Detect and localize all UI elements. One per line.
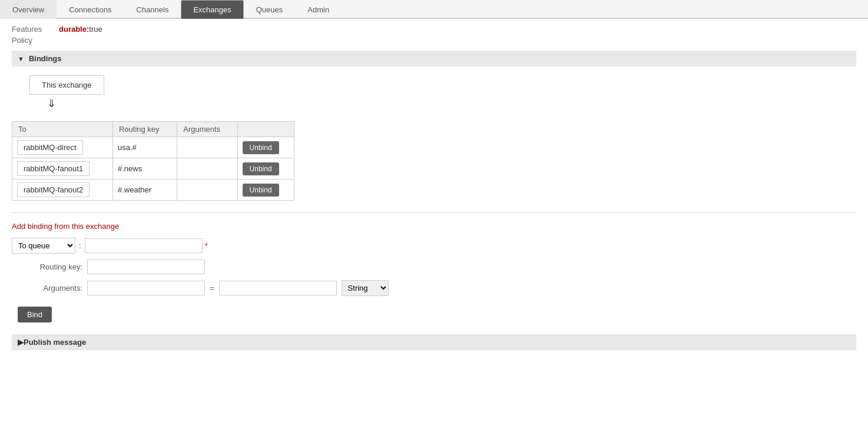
separator <box>12 212 856 213</box>
durable-value: true <box>89 25 102 34</box>
col-arguments: Arguments <box>177 122 237 137</box>
destination-input[interactable] <box>85 238 203 253</box>
nav-item-connections[interactable]: Connections <box>57 0 124 19</box>
page-content: Features durable: true Policy ▼ Bindings… <box>0 19 868 356</box>
binding-to-cell: rabbitMQ-fanout2 <box>12 179 113 201</box>
nav-bar: OverviewConnectionsChannelsExchangesQueu… <box>0 0 868 19</box>
routing-key-row: Routing key: <box>12 260 856 274</box>
binding-routing-key-cell: usa.# <box>112 137 177 158</box>
bindings-section-header[interactable]: ▼ Bindings <box>12 51 856 66</box>
arguments-label: Arguments: <box>12 284 82 292</box>
nav-item-overview[interactable]: Overview <box>0 0 57 19</box>
bindings-collapse-arrow: ▼ <box>18 55 24 62</box>
durable-label: durable: <box>59 25 89 34</box>
unbind-button[interactable]: Unbind <box>243 184 279 197</box>
table-row: rabbitMQ-directusa.#Unbind <box>12 137 294 158</box>
binding-routing-key-cell: #.weather <box>112 179 177 201</box>
arguments-value-input[interactable] <box>219 281 337 295</box>
destination-select[interactable]: To queueTo exchange <box>12 238 75 254</box>
binding-action-cell: Unbind <box>237 158 294 179</box>
publish-collapse-arrow: ▶ <box>18 338 24 347</box>
bind-button-row: Bind <box>12 302 856 322</box>
table-row: rabbitMQ-fanout1#.newsUnbind <box>12 158 294 179</box>
nav-item-queues[interactable]: Queues <box>244 0 296 19</box>
table-row: rabbitMQ-fanout2#.weatherUnbind <box>12 179 294 201</box>
binding-action-cell: Unbind <box>237 179 294 201</box>
bindings-section-title: Bindings <box>29 54 62 63</box>
arguments-row: Arguments: = StringNumberBoolean <box>12 280 856 296</box>
required-star: * <box>205 241 208 250</box>
routing-key-label: Routing key: <box>12 262 82 271</box>
binding-target-box[interactable]: rabbitMQ-fanout2 <box>17 182 90 197</box>
policy-row: Policy <box>12 36 856 45</box>
col-routing-key: Routing key <box>112 122 177 137</box>
binding-target-box[interactable]: rabbitMQ-fanout1 <box>17 161 90 176</box>
down-arrow-icon: ⇓ <box>47 97 56 110</box>
binding-action-cell: Unbind <box>237 137 294 158</box>
table-header-row: To Routing key Arguments <box>12 122 294 137</box>
nav-item-exchanges[interactable]: Exchanges <box>181 0 243 19</box>
policy-label: Policy <box>12 36 59 45</box>
binding-arguments-cell <box>177 137 237 158</box>
bind-button[interactable]: Bind <box>18 307 52 322</box>
unbind-button[interactable]: Unbind <box>243 141 279 154</box>
nav-item-admin[interactable]: Admin <box>295 0 342 19</box>
arguments-key-input[interactable] <box>87 281 205 295</box>
publish-section-title: Publish message <box>24 338 86 347</box>
add-binding-title: Add binding from this exchange <box>12 222 856 231</box>
bindings-diagram: This exchange ⇓ <box>29 75 856 112</box>
features-row: Features durable: true <box>12 25 856 34</box>
bindings-table: To Routing key Arguments rabbitMQ-direct… <box>12 121 294 201</box>
binding-routing-key-cell: #.news <box>112 158 177 179</box>
binding-to-cell: rabbitMQ-direct <box>12 137 113 158</box>
binding-to-cell: rabbitMQ-fanout1 <box>12 158 113 179</box>
col-actions <box>237 122 294 137</box>
nav-item-channels[interactable]: Channels <box>124 0 181 19</box>
binding-target-box[interactable]: rabbitMQ-direct <box>17 140 83 155</box>
destination-row: To queueTo exchange : * <box>12 238 856 254</box>
unbind-button[interactable]: Unbind <box>243 162 279 175</box>
binding-arguments-cell <box>177 179 237 201</box>
arguments-type-select[interactable]: StringNumberBoolean <box>342 280 389 296</box>
col-to: To <box>12 122 113 137</box>
routing-key-input[interactable] <box>87 260 205 274</box>
binding-arguments-cell <box>177 158 237 179</box>
colon-separator: : <box>79 241 81 250</box>
features-label: Features <box>12 25 59 34</box>
equals-sign: = <box>210 284 214 292</box>
this-exchange-box: This exchange <box>29 75 104 95</box>
publish-section-header[interactable]: ▶ Publish message <box>12 334 856 350</box>
